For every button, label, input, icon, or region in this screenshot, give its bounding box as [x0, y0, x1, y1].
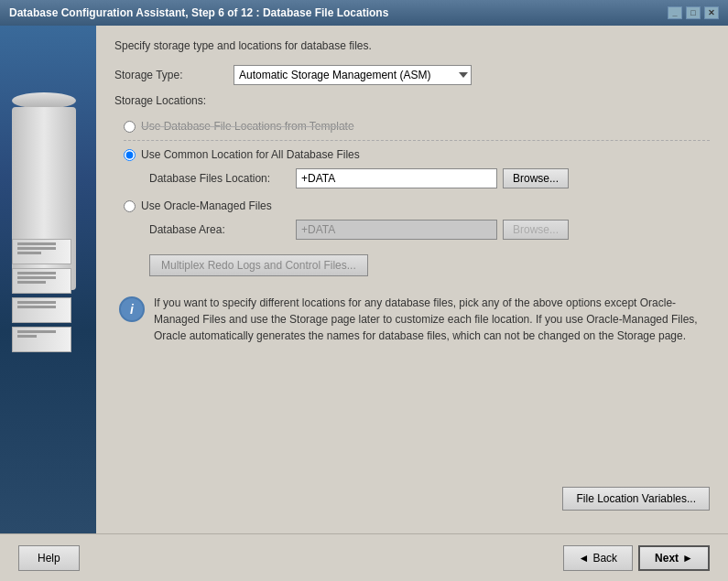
db-files-location-field: Database Files Location: Browse... — [149, 168, 710, 188]
db-files-location-input[interactable] — [296, 168, 497, 188]
doc-line-4 — [12, 327, 71, 352]
radio-group: Use Database File Locations from Templat… — [124, 120, 710, 276]
radio-common-row: Use Common Location for All Database Fil… — [124, 148, 710, 161]
radio-common[interactable] — [124, 149, 136, 161]
minimize-button[interactable]: _ — [668, 6, 682, 19]
maximize-button[interactable]: □ — [686, 6, 701, 19]
storage-locations-label: Storage Locations: — [114, 94, 234, 107]
info-text: If you want to specify different locatio… — [154, 295, 705, 344]
radio-template-label: Use Database File Locations from Templat… — [141, 120, 354, 133]
database-area-field: Database Area: Browse... — [149, 220, 710, 240]
db-files-location-label: Database Files Location: — [149, 172, 296, 185]
radio-oracle-label: Use Oracle-Managed Files — [141, 199, 272, 212]
title-bar-buttons: _ □ ✕ — [668, 6, 719, 19]
storage-locations-row: Storage Locations: — [114, 94, 710, 114]
next-button[interactable]: Next ► — [638, 545, 710, 571]
doc-line-3 — [12, 297, 71, 323]
description-text: Specify storage type and locations for d… — [114, 39, 710, 52]
help-button[interactable]: Help — [18, 545, 80, 571]
storage-type-label: Storage Type: — [114, 69, 234, 81]
database-area-label: Database Area: — [149, 223, 296, 236]
storage-type-select[interactable]: Automatic Storage Management (ASM) — [234, 65, 472, 85]
browse-button-2: Browse... — [503, 220, 569, 240]
doc-line-1 — [12, 239, 71, 264]
radio-common-label: Use Common Location for All Database Fil… — [141, 148, 360, 161]
title-bar: Database Configuration Assistant, Step 6… — [0, 0, 728, 26]
browse-button-1[interactable]: Browse... — [503, 168, 569, 188]
radio-template-row: Use Database File Locations from Templat… — [124, 120, 710, 133]
close-button[interactable]: ✕ — [704, 6, 719, 19]
cylinder-top — [12, 92, 76, 109]
back-label: Back — [592, 552, 617, 565]
bottom-section: File Location Variables... — [114, 487, 710, 520]
info-box: i If you want to specify different locat… — [114, 295, 710, 344]
back-arrow-icon: ◄ — [579, 552, 590, 565]
file-location-variables-button[interactable]: File Location Variables... — [562, 487, 710, 511]
file-location-row: File Location Variables... — [114, 487, 710, 511]
info-icon: i — [119, 296, 145, 322]
doc-lines-graphic — [12, 239, 71, 356]
main-content: Specify storage type and locations for d… — [0, 26, 728, 533]
main-window: Database Configuration Assistant, Step 6… — [0, 0, 728, 581]
storage-type-select-wrapper: Automatic Storage Management (ASM) — [234, 65, 472, 85]
form-section: Specify storage type and locations for d… — [114, 39, 710, 487]
radio-template[interactable] — [124, 121, 136, 133]
separator-line — [124, 140, 710, 141]
database-area-input — [296, 220, 497, 240]
window-title: Database Configuration Assistant, Step 6… — [9, 6, 388, 19]
radio-oracle-row: Use Oracle-Managed Files — [124, 199, 710, 212]
storage-type-row: Storage Type: Automatic Storage Manageme… — [114, 65, 710, 85]
doc-line-2 — [12, 268, 71, 294]
right-panel: Specify storage type and locations for d… — [96, 26, 728, 533]
footer: Help ◄ Back Next ► — [0, 533, 728, 581]
next-label: Next — [655, 552, 679, 565]
radio-oracle[interactable] — [124, 200, 136, 212]
left-panel — [0, 26, 96, 533]
nav-buttons: ◄ Back Next ► — [563, 545, 710, 571]
left-panel-image — [7, 74, 90, 486]
next-arrow-icon: ► — [682, 552, 693, 565]
multiplex-button: Multiplex Redo Logs and Control Files... — [149, 254, 368, 276]
back-button[interactable]: ◄ Back — [563, 545, 634, 571]
